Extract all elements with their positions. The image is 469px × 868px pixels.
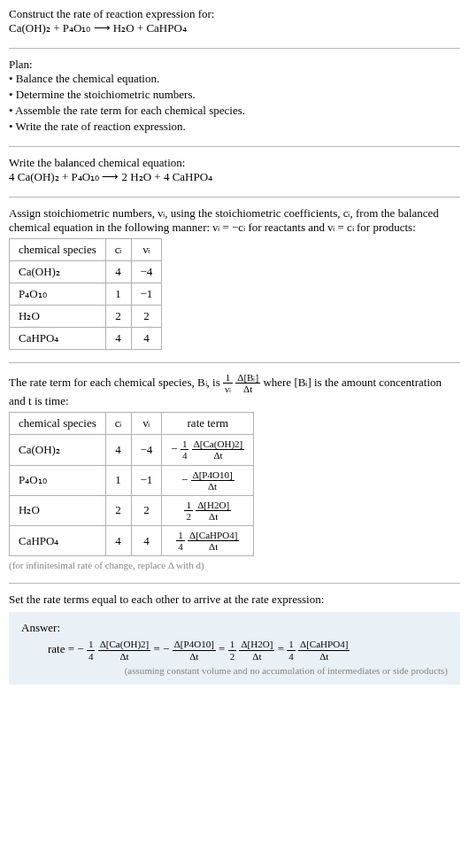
cell-c: 1 — [105, 465, 131, 495]
answer-prefix: rate = — [48, 642, 77, 655]
table-row: P₄O₁₀ 1 −1 − Δ[P4O10]Δt — [10, 465, 254, 495]
cell-v: −1 — [131, 283, 162, 306]
divider — [9, 197, 460, 198]
col-header: νᵢ — [131, 239, 162, 261]
table-header-row: chemical species cᵢ νᵢ — [10, 239, 162, 261]
table-row: CaHPO₄ 4 4 — [10, 328, 162, 350]
cell-species: Ca(OH)₂ — [10, 261, 106, 283]
header-title: Construct the rate of reaction expressio… — [9, 7, 460, 21]
col-header: chemical species — [10, 413, 106, 435]
stoich-intro: Assign stoichiometric numbers, νᵢ, using… — [9, 206, 460, 235]
cell-c: 2 — [105, 306, 131, 328]
table-row: Ca(OH)₂ 4 −4 − 14 Δ[Ca(OH)2]Δt — [10, 435, 254, 465]
cell-rate: 12 Δ[H2O]Δt — [162, 495, 254, 525]
balanced-section: Write the balanced chemical equation: 4 … — [9, 156, 460, 184]
plan-item: • Balance the chemical equation. — [9, 72, 460, 86]
answer-box: Answer: rate = − 14 Δ[Ca(OH)2]Δt = − Δ[P… — [9, 612, 460, 684]
divider — [9, 48, 460, 49]
stoich-table: chemical species cᵢ νᵢ Ca(OH)₂ 4 −4 P₄O₁… — [9, 238, 162, 350]
answer-note: (assuming constant volume and no accumul… — [21, 665, 448, 676]
cell-rate: 14 Δ[CaHPO4]Δt — [162, 526, 254, 556]
cell-species: P₄O₁₀ — [10, 283, 106, 306]
cell-c: 4 — [105, 328, 131, 350]
cell-v: −4 — [131, 261, 162, 283]
cell-species: CaHPO₄ — [10, 526, 106, 556]
col-header: νᵢ — [131, 413, 162, 435]
balanced-equation: 4 Ca(OH)₂ + P₄O₁₀ ⟶ 2 H₂O + 4 CaHPO₄ — [9, 170, 460, 184]
table-row: P₄O₁₀ 1 −1 — [10, 283, 162, 306]
col-header: cᵢ — [105, 239, 131, 261]
cell-species: H₂O — [10, 306, 106, 328]
plan-title: Plan: — [9, 58, 460, 72]
cell-v: 2 — [131, 495, 162, 525]
balanced-title: Write the balanced chemical equation: — [9, 156, 460, 170]
cell-species: P₄O₁₀ — [10, 465, 106, 495]
table-row: H₂O 2 2 — [10, 306, 162, 328]
cell-v: −1 — [131, 465, 162, 495]
answer-equation: rate = − 14 Δ[Ca(OH)2]Δt = − Δ[P4O10]Δt … — [48, 639, 448, 661]
plan-item: • Determine the stoichiometric numbers. — [9, 88, 460, 102]
divider — [9, 362, 460, 363]
cell-c: 2 — [105, 495, 131, 525]
stoich-section: Assign stoichiometric numbers, νᵢ, using… — [9, 206, 460, 350]
table-row: CaHPO₄ 4 4 14 Δ[CaHPO4]Δt — [10, 526, 254, 556]
cell-v: 4 — [131, 526, 162, 556]
rate-intro-text-1: The rate term for each chemical species,… — [9, 376, 223, 389]
rate-intro: The rate term for each chemical species,… — [9, 372, 460, 408]
col-header: cᵢ — [105, 413, 131, 435]
col-header: chemical species — [10, 239, 106, 261]
cell-rate: − Δ[P4O10]Δt — [162, 465, 254, 495]
plan-section: Plan: • Balance the chemical equation. •… — [9, 58, 460, 134]
cell-c: 4 — [105, 435, 131, 465]
rate-intro-frac-1: 1 νᵢ — [223, 372, 233, 394]
col-header: rate term — [162, 413, 254, 435]
cell-v: −4 — [131, 435, 162, 465]
table-row: H₂O 2 2 12 Δ[H2O]Δt — [10, 495, 254, 525]
rate-footnote: (for infinitesimal rate of change, repla… — [9, 560, 460, 570]
table-row: Ca(OH)₂ 4 −4 — [10, 261, 162, 283]
cell-c: 1 — [105, 283, 131, 306]
header-section: Construct the rate of reaction expressio… — [9, 7, 460, 35]
set-equal-text: Set the rate terms equal to each other t… — [9, 593, 460, 607]
divider — [9, 583, 460, 584]
rate-term-section: The rate term for each chemical species,… — [9, 372, 460, 570]
header-equation: Ca(OH)₂ + P₄O₁₀ ⟶ H₂O + CaHPO₄ — [9, 21, 460, 35]
divider — [9, 146, 460, 147]
rate-intro-frac-2: Δ[Bᵢ] Δt — [235, 372, 260, 394]
cell-rate: − 14 Δ[Ca(OH)2]Δt — [162, 435, 254, 465]
answer-label: Answer: — [21, 621, 448, 635]
cell-species: CaHPO₄ — [10, 328, 106, 350]
cell-species: Ca(OH)₂ — [10, 435, 106, 465]
plan-list: • Balance the chemical equation. • Deter… — [9, 72, 460, 134]
cell-v: 4 — [131, 328, 162, 350]
table-header-row: chemical species cᵢ νᵢ rate term — [10, 413, 254, 435]
cell-v: 2 — [131, 306, 162, 328]
final-section: Set the rate terms equal to each other t… — [9, 593, 460, 684]
plan-item: • Assemble the rate term for each chemic… — [9, 104, 460, 118]
cell-c: 4 — [105, 526, 131, 556]
cell-species: H₂O — [10, 495, 106, 525]
cell-c: 4 — [105, 261, 131, 283]
plan-item: • Write the rate of reaction expression. — [9, 120, 460, 134]
rate-table: chemical species cᵢ νᵢ rate term Ca(OH)₂… — [9, 412, 254, 556]
